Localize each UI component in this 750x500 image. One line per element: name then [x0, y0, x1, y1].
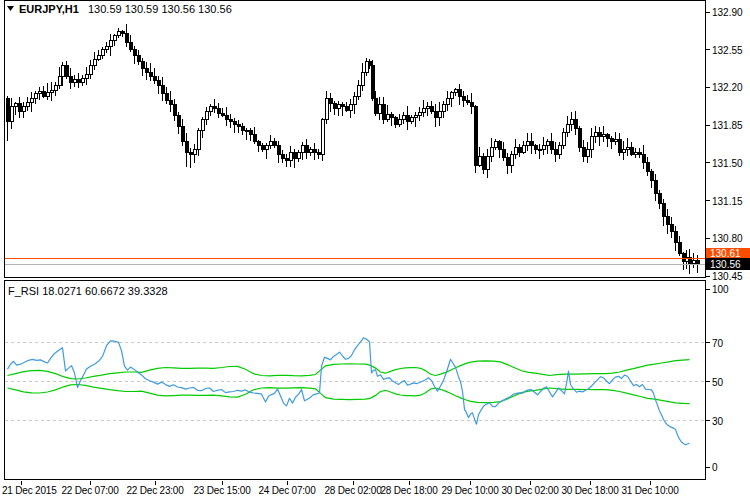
candle-up	[454, 90, 457, 93]
candle-down	[666, 217, 669, 225]
candle-down	[137, 55, 140, 61]
time-tick-label: 22 Dec 23:00	[126, 485, 184, 496]
candle-up	[622, 150, 625, 152]
candle-up	[349, 105, 352, 110]
candle-up	[478, 156, 481, 165]
candle-down	[654, 180, 657, 193]
candle-up	[494, 141, 497, 147]
candle-up	[418, 112, 421, 115]
candle-up	[89, 66, 92, 75]
candle-up	[538, 150, 541, 151]
candle-down	[329, 98, 332, 103]
candle-down	[229, 120, 232, 122]
candle-up	[10, 107, 13, 122]
candle-up	[26, 103, 29, 107]
candle-up	[109, 40, 112, 46]
candle-up	[113, 36, 116, 40]
candle-down	[530, 141, 533, 145]
candle-up	[38, 92, 41, 94]
candle-up	[301, 146, 304, 152]
price-tick-label: 130.45	[712, 271, 743, 282]
candle-up	[634, 152, 637, 154]
candle-up	[58, 77, 61, 86]
candle-up	[325, 98, 328, 120]
candle-down	[213, 107, 216, 109]
candle-up	[30, 98, 33, 102]
candle-up	[590, 137, 593, 150]
candle-down	[257, 141, 260, 145]
candle-up	[205, 111, 208, 120]
candle-up	[594, 133, 597, 137]
candle-up	[353, 96, 356, 105]
candle-down	[149, 72, 152, 76]
candle-down	[345, 107, 348, 110]
candle-up	[490, 148, 493, 157]
price-tick-label: 130.80	[712, 233, 743, 244]
time-axis[interactable]: 21 Dec 201522 Dec 07:0022 Dec 23:0023 De…	[2, 481, 679, 497]
candle-up	[50, 91, 53, 93]
indicator-tick-label: 30	[712, 416, 724, 427]
candle-down	[253, 135, 256, 141]
candle-up	[73, 80, 76, 82]
candle-up	[546, 141, 549, 145]
candle-down	[249, 131, 252, 135]
candle-up	[426, 107, 429, 109]
ask-price-badge-label: 130.61	[710, 248, 741, 259]
time-tick-label: 21 Dec 2015	[2, 485, 57, 496]
candle-down	[470, 103, 473, 107]
candle-up	[402, 115, 405, 119]
indicator-tick-label: 0	[712, 462, 718, 473]
candle-down	[217, 109, 220, 113]
candle-down	[165, 94, 168, 100]
candle-up	[309, 150, 312, 152]
indicator-axis[interactable]: 1007050300	[706, 284, 730, 473]
candle-up	[558, 146, 561, 155]
candle-down	[434, 111, 437, 117]
candle-up	[93, 59, 96, 65]
indicator-pane[interactable]	[5, 281, 706, 480]
price-axis[interactable]: 132.90132.55132.20131.85131.50131.15130.…	[706, 7, 744, 282]
candle-down	[466, 100, 469, 102]
candle-up	[117, 31, 120, 35]
price-tick-label: 132.20	[712, 82, 743, 93]
candle-down	[658, 193, 661, 204]
candle-down	[610, 138, 613, 141]
candle-down	[153, 77, 156, 81]
candle-down	[642, 154, 645, 163]
time-tick-label: 24 Dec 07:00	[258, 485, 316, 496]
candle-up	[626, 148, 629, 150]
candle-up	[442, 105, 445, 111]
candle-down	[121, 31, 124, 33]
candle-up	[81, 79, 84, 82]
candle-up	[378, 105, 381, 114]
candle-down	[313, 150, 316, 152]
candle-down	[173, 105, 176, 116]
candle-up	[386, 114, 389, 119]
candle-up	[85, 74, 88, 78]
symbol-title: EURJPY,H1	[19, 3, 79, 15]
candle-up	[61, 66, 64, 77]
time-tick-label: 22 Dec 07:00	[61, 485, 119, 496]
candle-down	[185, 141, 188, 152]
candle-down	[394, 118, 397, 124]
indicator-tick-label: 70	[712, 338, 724, 349]
candle-up	[398, 120, 401, 124]
candle-up	[692, 261, 695, 263]
candle-down	[125, 34, 128, 43]
candle-down	[281, 154, 284, 158]
candle-up	[522, 146, 525, 152]
candle-up	[486, 156, 489, 169]
candle-down	[333, 104, 336, 109]
candle-up	[321, 120, 324, 154]
candle-down	[582, 148, 585, 157]
candle-up	[22, 107, 25, 111]
candle-up	[586, 150, 589, 156]
price-badges: 130.61130.56	[706, 248, 750, 270]
candle-down	[390, 114, 393, 117]
candle-down	[65, 66, 68, 77]
candle-down	[161, 85, 164, 94]
time-tick-label: 30 Dec 18:00	[561, 485, 619, 496]
candle-down	[293, 152, 296, 158]
candle-down	[678, 243, 681, 254]
candle-down	[18, 104, 21, 112]
